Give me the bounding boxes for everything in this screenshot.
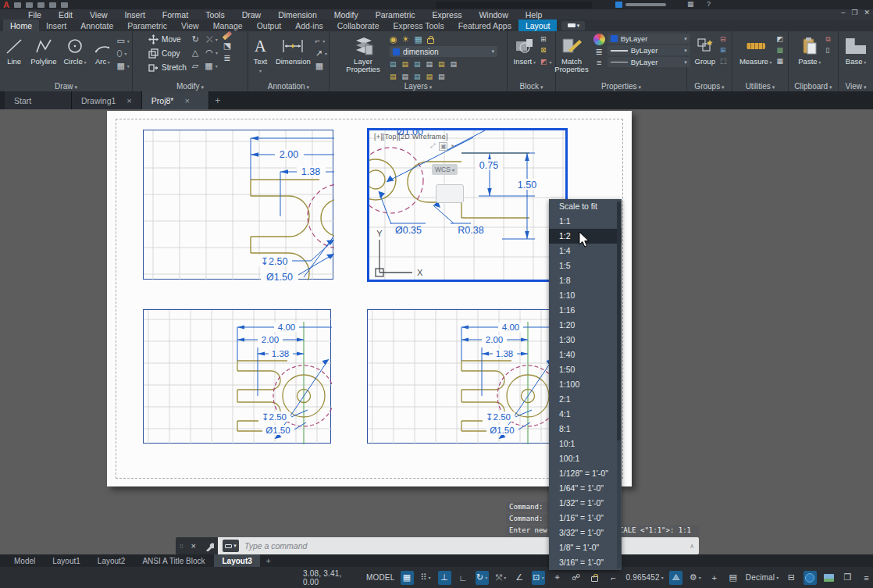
scale-option[interactable]: 1:50 [549,362,622,377]
line-button[interactable]: Line [2,34,26,67]
trim-icon[interactable]: ⤬ [206,34,213,44]
scale-option[interactable]: 1/16" = 1'-0" [549,511,622,526]
layer-on-icon[interactable]: ◉ [390,34,397,44]
recent-commands-icon[interactable]: ▾ [223,540,239,552]
ellipse-icon[interactable]: ⬯ [116,48,122,58]
new-drawing-tab-button[interactable]: + [209,91,226,109]
lineweight-display-icon[interactable]: ☍ [569,571,583,585]
insert-button[interactable]: Insert [511,34,538,67]
menu-item[interactable]: Parametric [376,10,415,20]
save-icon[interactable] [14,2,21,8]
layout-tab[interactable]: Model [6,554,43,567]
clean-screen-scene-icon[interactable] [822,571,836,585]
panel-title-utilities[interactable]: Utilities [732,82,788,91]
menu-item[interactable]: Dimension [278,10,317,20]
menu-item[interactable]: File [28,10,41,20]
close-command-icon[interactable]: × [191,541,196,551]
hatch-icon[interactable]: ▦ [116,61,124,70]
lock-ui-icon[interactable] [588,571,601,585]
file-tab-proj8[interactable]: Proj8* [142,91,209,109]
circle-button[interactable]: Circle [61,34,88,67]
dropdown-scrollbar[interactable] [617,201,621,568]
layer-isolate-icon[interactable]: ▤ [390,59,397,69]
panel-title-properties[interactable]: Properties [556,82,686,91]
account-avatar[interactable] [615,2,622,8]
rotate-icon[interactable]: ↻ [192,34,199,44]
fillet-icon[interactable]: ◠ [205,48,213,57]
model-space-toggle[interactable]: MODEL [366,573,395,582]
scale-option[interactable]: 1:100 [549,377,622,392]
layer-delete-icon[interactable]: ▤ [438,72,445,81]
annotation-monitor-icon[interactable]: ▤ [726,571,739,585]
annotation-settings-gear-icon[interactable]: ⚙▾ [688,571,702,585]
graphics-performance-icon[interactable] [804,571,817,585]
viewcube-icon[interactable]: ▣ [439,142,447,151]
ribbon-tab[interactable]: Collaborate [330,20,387,31]
mleader-icon[interactable]: ↗ [315,48,322,58]
open-icon[interactable] [26,2,33,8]
history-expand-icon[interactable]: ∧ [689,543,694,550]
menu-item[interactable]: Insert [125,10,145,20]
layer-prev-icon[interactable]: ▤ [438,59,445,69]
scale-option[interactable]: 1:8 [549,273,622,288]
scale-option[interactable]: 3/32" = 1'-0" [549,526,622,540]
ribbon-tab[interactable]: Manage [206,20,250,31]
match-properties-button[interactable]: Match Properties [552,34,590,75]
ribbon-tab[interactable]: Layout [518,20,558,31]
crosshair-icon[interactable]: + [707,571,721,585]
viewport-scale-button[interactable] [436,184,464,203]
units-selector[interactable]: Decimal▾ [745,571,779,585]
scale-option[interactable]: 1:10 [549,288,622,303]
layer-thaw-icon[interactable]: ☀ [402,34,410,44]
scale-option[interactable]: 4:1 [549,407,622,422]
panel-title-block[interactable]: Block [508,82,555,91]
layout-tab[interactable]: ANSI A Title Block [134,554,212,567]
panel-title-draw[interactable]: Draw [0,82,132,91]
quick-select-icon[interactable]: ◩ [777,34,784,44]
edit-block-icon[interactable]: ⊠ [540,45,552,55]
panel-title-clipboard[interactable]: Clipboard [789,82,838,91]
ribbon-tab[interactable]: Annotate [73,20,120,31]
snap-tracking-icon[interactable]: ⌖ [551,571,564,585]
file-tab-drawing1[interactable]: Drawing1 [72,91,142,109]
panel-title-modify[interactable]: Modify [133,82,248,91]
viewport-label[interactable]: [+][Top][2D Wireframe] [374,133,448,141]
color-wheel-icon[interactable] [593,34,605,45]
layout-tab[interactable]: + [262,554,276,567]
scale-option[interactable]: 1:16 [549,303,622,318]
ribbon-display-toggle[interactable]: ▾ [561,21,585,30]
customize-wrench-icon[interactable] [204,541,214,551]
group-edit-icon[interactable]: ⊞ [720,45,727,55]
snap-mode-icon[interactable]: ⠿▾ [419,571,433,585]
measure-button[interactable]: Measure [737,34,775,67]
layout-tab[interactable]: Layout3 [214,554,259,567]
ribbon-tab[interactable]: View [174,20,206,31]
layer-properties-button[interactable]: Layer Properties [339,34,387,75]
redo-icon[interactable] [61,2,68,8]
ribbon-tab[interactable]: Insert [39,20,73,31]
close-icon[interactable] [184,96,189,105]
quick-properties-icon[interactable]: ⊟ [785,571,798,585]
plot-icon[interactable] [37,2,45,8]
table-icon[interactable]: ▦ [315,61,323,70]
menu-item[interactable]: Format [162,10,188,20]
layer-vpfreeze-icon[interactable]: ▤ [426,72,433,81]
menu-item[interactable]: Window [479,10,508,20]
scale-option[interactable]: 1:5 [549,258,622,273]
command-input[interactable]: ▾ Type a command ∧ [218,537,699,554]
ptable-icon[interactable]: ≡ [597,58,601,67]
dimension-button[interactable]: Dimension [273,34,313,67]
layout-tab[interactable]: Layout1 [45,554,88,567]
group-select-icon[interactable]: ⬚ [720,56,727,66]
viewport-top-right-active[interactable]: Ø1.00 0.75 1.50 Ø0.35 R0.38 Y X [+][Top]… [367,128,568,282]
create-block-icon[interactable]: ⊞ [540,34,552,44]
infer-constraints-icon[interactable]: ⊥ [438,571,451,585]
layout-tab[interactable]: Layout2 [90,554,134,567]
cart-icon[interactable]: ▦ [687,0,694,8]
annotation-scale-icon[interactable]: ⟁ [669,571,682,585]
panel-title-view[interactable]: View [839,82,873,91]
layer-freeze-icon[interactable]: ▤ [402,59,409,69]
scale-option[interactable]: 1:1 [549,214,622,229]
layer-state-icon[interactable]: ▤ [451,59,458,69]
pan-icon[interactable]: ⤢ [430,142,435,151]
